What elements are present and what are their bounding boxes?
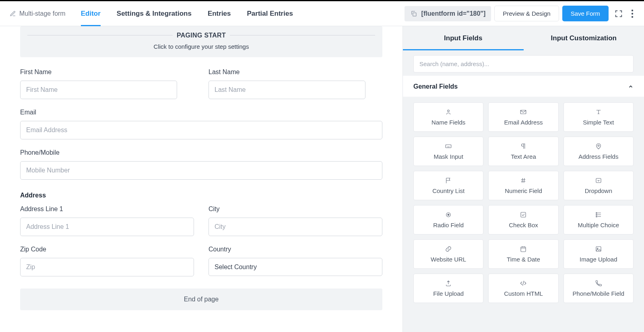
field-card-text-area[interactable]: Text Area bbox=[488, 137, 558, 166]
pencil-icon bbox=[10, 10, 16, 17]
svg-rect-0 bbox=[413, 12, 416, 16]
svg-rect-5 bbox=[521, 110, 526, 114]
envelope-icon bbox=[520, 108, 527, 116]
field-card-label: File Upload bbox=[433, 290, 464, 297]
topbar-left: Multi-stage form EditorSettings & Integr… bbox=[10, 2, 293, 26]
fullscreen-button[interactable] bbox=[612, 7, 625, 21]
field-card-numeric-field[interactable]: Numeric Field bbox=[488, 171, 558, 200]
field-card-name-fields[interactable]: Name Fields bbox=[413, 102, 483, 132]
end-page-banner[interactable]: End of page bbox=[20, 288, 382, 310]
field-card-country-list[interactable]: Country List bbox=[413, 171, 483, 200]
field-card-label: Time & Date bbox=[507, 256, 540, 263]
form-canvas: PAGING START Click to configure your ste… bbox=[0, 26, 402, 332]
field-card-check-box[interactable]: Check Box bbox=[488, 205, 558, 234]
fullscreen-icon bbox=[614, 9, 623, 18]
chevron-up-icon bbox=[628, 84, 634, 89]
svg-point-10 bbox=[448, 214, 449, 216]
general-fields-header[interactable]: General Fields bbox=[403, 76, 644, 97]
first-name-label: First Name bbox=[20, 68, 194, 76]
phone-icon bbox=[595, 280, 602, 287]
copy-icon bbox=[410, 10, 417, 17]
link-icon bbox=[445, 245, 452, 253]
field-card-file-upload[interactable]: File Upload bbox=[413, 274, 483, 303]
paging-title: PAGING START bbox=[173, 32, 230, 39]
field-card-radio-field[interactable]: Radio Field bbox=[413, 205, 483, 234]
shortcode-text: [fluentform id="180"] bbox=[421, 10, 486, 17]
svg-rect-13 bbox=[596, 214, 597, 215]
svg-rect-6 bbox=[446, 145, 451, 148]
sidebar-search-input[interactable] bbox=[413, 55, 634, 73]
nav-tab-settings-integrations[interactable]: Settings & Integrations bbox=[117, 2, 192, 26]
zip-label: Zip Code bbox=[20, 246, 194, 253]
pilcrow-icon bbox=[520, 143, 527, 150]
svg-point-17 bbox=[597, 248, 598, 249]
field-card-website-url[interactable]: Website URL bbox=[413, 239, 483, 269]
city-input[interactable] bbox=[208, 218, 382, 236]
field-card-multiple-choice[interactable]: Multiple Choice bbox=[564, 205, 634, 234]
nav-tab-editor[interactable]: Editor bbox=[81, 2, 101, 26]
field-card-phone-mobile-field[interactable]: Phone/Mobile Field bbox=[564, 274, 634, 303]
sidebar-search-wrap bbox=[403, 50, 644, 76]
field-card-label: Custom HTML bbox=[504, 290, 543, 297]
shortcode-box[interactable]: [fluentform id="180"] bbox=[405, 6, 491, 21]
phone-label: Phone/Mobile bbox=[20, 149, 382, 156]
field-card-email-address[interactable]: Email Address bbox=[488, 102, 558, 132]
tab-input-customization[interactable]: Input Customization bbox=[524, 26, 644, 50]
field-card-label: Name Fields bbox=[431, 119, 465, 126]
field-card-time-date[interactable]: Time & Date bbox=[488, 239, 558, 269]
kebab-icon bbox=[631, 9, 634, 18]
dropdown-icon bbox=[595, 177, 602, 184]
paging-start-banner[interactable]: PAGING START Click to configure your ste… bbox=[20, 26, 382, 57]
field-card-label: Radio Field bbox=[433, 222, 464, 228]
keyboard-icon bbox=[445, 143, 452, 150]
save-button[interactable]: Save Form bbox=[562, 6, 609, 21]
svg-rect-11 bbox=[521, 212, 526, 217]
upload-icon bbox=[445, 280, 452, 287]
tab-input-fields[interactable]: Input Fields bbox=[403, 26, 524, 50]
form-title-text: Multi-stage form bbox=[19, 10, 66, 17]
first-name-input[interactable] bbox=[20, 81, 177, 99]
main: PAGING START Click to configure your ste… bbox=[0, 26, 644, 332]
nav-tab-entries[interactable]: Entries bbox=[208, 2, 231, 26]
field-card-label: Numeric Field bbox=[505, 187, 542, 194]
preview-button[interactable]: Preview & Design bbox=[494, 6, 559, 21]
svg-point-3 bbox=[632, 16, 633, 17]
nav-tab-partial-entries[interactable]: Partial Entries bbox=[247, 2, 293, 26]
email-input[interactable] bbox=[20, 121, 382, 139]
field-card-label: Image Upload bbox=[580, 256, 617, 263]
field-card-custom-html[interactable]: Custom HTML bbox=[488, 274, 558, 303]
svg-rect-12 bbox=[596, 212, 597, 213]
addr1-label: Address Line 1 bbox=[20, 205, 194, 213]
zip-input[interactable] bbox=[20, 258, 194, 276]
svg-point-2 bbox=[632, 12, 633, 14]
country-select[interactable]: Select Country bbox=[208, 258, 382, 276]
list-icon bbox=[595, 211, 602, 218]
phone-input[interactable] bbox=[20, 161, 382, 180]
field-card-label: Email Address bbox=[504, 119, 543, 126]
more-menu-button[interactable] bbox=[629, 7, 636, 21]
field-card-address-fields[interactable]: Address Fields bbox=[564, 137, 634, 166]
country-label: Country bbox=[208, 246, 382, 253]
svg-point-4 bbox=[448, 110, 450, 112]
addr1-input[interactable] bbox=[20, 218, 194, 236]
last-name-input[interactable] bbox=[208, 81, 365, 99]
svg-rect-16 bbox=[596, 247, 601, 251]
field-grid: Name FieldsEmail AddressSimple TextMask … bbox=[403, 97, 644, 311]
field-card-label: Address Fields bbox=[578, 153, 618, 160]
hash-icon bbox=[520, 177, 527, 184]
field-card-label: Multiple Choice bbox=[578, 222, 619, 228]
general-fields-title: General Fields bbox=[413, 83, 458, 90]
radio-icon bbox=[445, 211, 452, 218]
field-card-simple-text[interactable]: Simple Text bbox=[564, 102, 634, 132]
svg-point-7 bbox=[598, 145, 599, 147]
city-label: City bbox=[208, 205, 382, 213]
text-t-icon bbox=[595, 108, 602, 116]
field-card-label: Phone/Mobile Field bbox=[573, 290, 624, 297]
field-card-dropdown[interactable]: Dropdown bbox=[564, 171, 634, 200]
address-section-label: Address bbox=[20, 192, 382, 199]
form-title[interactable]: Multi-stage form bbox=[10, 10, 66, 17]
user-icon bbox=[445, 108, 452, 116]
field-card-mask-input[interactable]: Mask Input bbox=[413, 137, 483, 166]
field-card-image-upload[interactable]: Image Upload bbox=[564, 239, 634, 269]
field-card-label: Mask Input bbox=[433, 153, 463, 160]
